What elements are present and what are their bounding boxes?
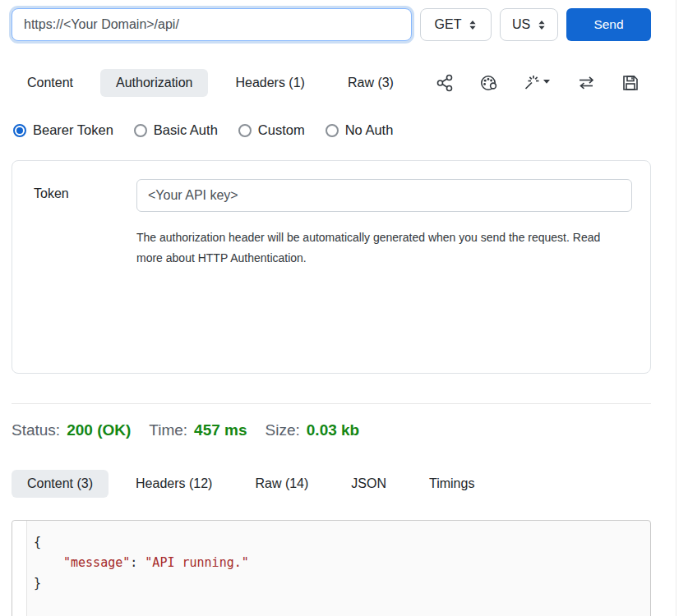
code-line: } bbox=[34, 573, 650, 594]
time-item: Time: 457 ms bbox=[149, 421, 247, 439]
tab-content[interactable]: Content bbox=[12, 69, 89, 97]
share-icon[interactable] bbox=[436, 74, 454, 92]
size-item: Size: 0.03 kb bbox=[266, 421, 360, 439]
json-value: "API running." bbox=[145, 555, 248, 570]
section-divider bbox=[12, 403, 651, 404]
swap-arrows-icon[interactable] bbox=[576, 74, 596, 92]
response-summary: Status: 200 (OK) Time: 457 ms Size: 0.03… bbox=[12, 421, 651, 439]
auth-option-label: No Auth bbox=[345, 122, 394, 138]
code-line: "message": "API running." bbox=[34, 553, 650, 573]
api-tester-app: GET US Send Content Authorization Head bbox=[0, 0, 688, 616]
auth-option-custom[interactable]: Custom bbox=[238, 122, 305, 138]
tab-raw[interactable]: Raw (3) bbox=[332, 69, 409, 97]
method-select[interactable]: GET bbox=[420, 8, 492, 41]
auth-option-bearer-token[interactable]: Bearer Token bbox=[13, 122, 113, 138]
resp-tab-raw[interactable]: Raw (14) bbox=[239, 470, 324, 498]
bearer-token-panel: Token The authorization header will be a… bbox=[12, 160, 651, 374]
response-body-panel: {"message": "API running."} bbox=[12, 520, 651, 616]
method-select-value: GET bbox=[435, 17, 462, 32]
region-select-value: US bbox=[512, 17, 530, 32]
resp-tab-content[interactable]: Content (3) bbox=[12, 470, 109, 498]
auth-option-label: Bearer Token bbox=[33, 122, 113, 138]
time-value: 457 ms bbox=[194, 421, 247, 439]
region-select[interactable]: US bbox=[500, 8, 558, 41]
resp-tab-json[interactable]: JSON bbox=[335, 470, 402, 498]
request-tabs-row: Content Authorization Headers (1) Raw (3… bbox=[12, 69, 651, 97]
json-key: "message" bbox=[63, 555, 130, 570]
time-label: Time: bbox=[149, 421, 187, 439]
send-button[interactable]: Send bbox=[566, 8, 651, 41]
json-close-brace: } bbox=[34, 576, 41, 591]
radio-icon[interactable] bbox=[238, 124, 252, 137]
code-line: { bbox=[34, 532, 650, 553]
size-label: Size: bbox=[266, 421, 300, 439]
updown-arrows-icon bbox=[469, 20, 477, 30]
request-bar: GET US Send bbox=[12, 8, 651, 41]
size-value: 0.03 kb bbox=[307, 421, 359, 439]
request-tabs: Content Authorization Headers (1) Raw (3… bbox=[12, 69, 409, 97]
status-item: Status: 200 (OK) bbox=[12, 421, 131, 439]
token-input[interactable] bbox=[136, 179, 632, 212]
status-value: 200 (OK) bbox=[67, 421, 131, 439]
resp-tab-headers[interactable]: Headers (12) bbox=[120, 470, 228, 498]
response-tabs: Content (3) Headers (12) Raw (14) JSON T… bbox=[12, 470, 651, 498]
resp-tab-timings[interactable]: Timings bbox=[413, 470, 490, 498]
radio-selected-icon[interactable] bbox=[13, 124, 26, 137]
updown-arrows-icon bbox=[538, 20, 546, 30]
tab-headers[interactable]: Headers (1) bbox=[219, 69, 320, 97]
token-help-text: The authorization header will be automat… bbox=[136, 228, 617, 269]
status-label: Status: bbox=[12, 421, 60, 439]
auth-option-basic-auth[interactable]: Basic Auth bbox=[134, 122, 218, 138]
token-label: Token bbox=[34, 179, 136, 373]
response-json: {"message": "API running."} bbox=[12, 521, 650, 594]
main-column: GET US Send Content Authorization Head bbox=[0, 0, 676, 616]
palette-icon[interactable] bbox=[479, 74, 497, 92]
radio-icon[interactable] bbox=[134, 124, 147, 137]
tab-authorization[interactable]: Authorization bbox=[100, 69, 208, 97]
json-colon: : bbox=[130, 555, 145, 570]
save-icon[interactable] bbox=[621, 74, 640, 92]
radio-icon[interactable] bbox=[326, 124, 339, 137]
auth-option-label: Basic Auth bbox=[154, 122, 218, 138]
url-input[interactable] bbox=[12, 8, 412, 41]
request-toolbar bbox=[436, 74, 651, 92]
token-fields: The authorization header will be automat… bbox=[136, 179, 632, 373]
auth-option-no-auth[interactable]: No Auth bbox=[326, 122, 394, 138]
magic-wand-icon[interactable] bbox=[523, 74, 551, 92]
auth-option-label: Custom bbox=[258, 122, 305, 138]
auth-type-row: Bearer Token Basic Auth Custom No Auth bbox=[12, 122, 651, 138]
json-open-brace: { bbox=[34, 535, 41, 549]
